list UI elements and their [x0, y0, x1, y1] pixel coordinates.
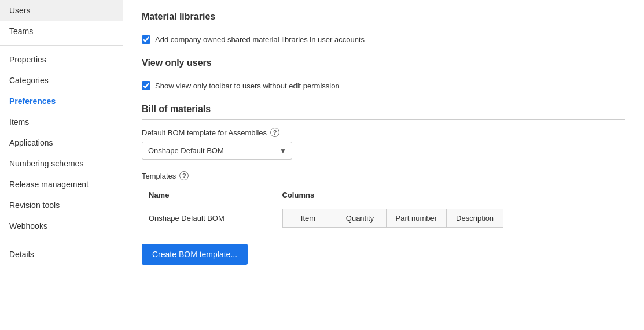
sidebar-item-items[interactable]: Items: [0, 112, 123, 132]
default-bom-dropdown[interactable]: Onshape Default BOM: [142, 142, 292, 160]
col-badge-description: Description: [447, 209, 503, 228]
templates-label-text: Templates: [142, 172, 176, 180]
sidebar-item-numbering-schemes[interactable]: Numbering schemes: [0, 153, 123, 174]
sidebar-item-release-management[interactable]: Release management: [0, 174, 123, 195]
view-only-users-checkbox-row: Show view only toolbar to users without …: [142, 81, 625, 90]
col-badge-quantity: Quantity: [334, 209, 387, 228]
col-header-name: Name: [142, 186, 275, 204]
sidebar-item-applications[interactable]: Applications: [0, 132, 123, 153]
sidebar-item-users[interactable]: Users: [0, 0, 123, 21]
main-content: Material libraries Add company owned sha…: [123, 0, 644, 330]
col-badge-part-number: Part number: [387, 209, 447, 228]
material-libraries-checkbox-label: Add company owned shared material librar…: [155, 35, 365, 44]
sidebar-item-properties[interactable]: Properties: [0, 49, 123, 70]
material-libraries-title: Material libraries: [142, 12, 625, 27]
sidebar-item-details[interactable]: Details: [0, 244, 123, 265]
sidebar-divider-1: [0, 45, 123, 46]
bill-of-materials-title: Bill of materials: [142, 104, 625, 120]
default-bom-help-icon[interactable]: ?: [270, 128, 279, 137]
bom-table: Name Columns Onshape Default BOM Item Qu…: [142, 186, 625, 232]
sidebar-item-webhooks[interactable]: Webhooks: [0, 216, 123, 236]
sidebar-item-teams[interactable]: Teams: [0, 21, 123, 42]
view-only-users-section: View only users Show view only toolbar t…: [142, 58, 625, 90]
material-libraries-checkbox[interactable]: [142, 35, 150, 44]
material-libraries-section: Material libraries Add company owned sha…: [142, 12, 625, 44]
bom-table-header-row: Name Columns: [142, 186, 625, 204]
templates-label: Templates ?: [142, 171, 625, 180]
default-bom-label: Default BOM template for Assemblies ?: [142, 128, 625, 137]
col-header-columns: Columns: [275, 186, 625, 204]
sidebar-divider-2: [0, 240, 123, 240]
bom-row-columns: Item Quantity Part number Description: [275, 204, 625, 232]
create-bom-template-button[interactable]: Create BOM template...: [142, 244, 248, 265]
col-badge-item: Item: [282, 209, 334, 228]
bom-row-name: Onshape Default BOM: [142, 204, 275, 232]
columns-cell: Item Quantity Part number Description: [282, 209, 619, 228]
sidebar-item-preferences[interactable]: Preferences: [0, 91, 123, 112]
default-bom-label-text: Default BOM template for Assemblies: [142, 128, 267, 137]
templates-help-icon[interactable]: ?: [179, 171, 189, 180]
sidebar-item-revision-tools[interactable]: Revision tools: [0, 195, 123, 216]
bill-of-materials-section: Bill of materials Default BOM template f…: [142, 104, 625, 265]
sidebar: Users Teams Properties Categories Prefer…: [0, 0, 123, 330]
sidebar-item-categories[interactable]: Categories: [0, 70, 123, 91]
material-libraries-checkbox-row: Add company owned shared material librar…: [142, 35, 625, 44]
default-bom-dropdown-wrap: Onshape Default BOM ▼: [142, 142, 292, 160]
view-only-users-title: View only users: [142, 58, 625, 73]
view-only-users-checkbox[interactable]: [142, 81, 150, 90]
view-only-users-checkbox-label: Show view only toolbar to users without …: [155, 81, 340, 90]
bom-table-row: Onshape Default BOM Item Quantity Part n…: [142, 204, 625, 232]
